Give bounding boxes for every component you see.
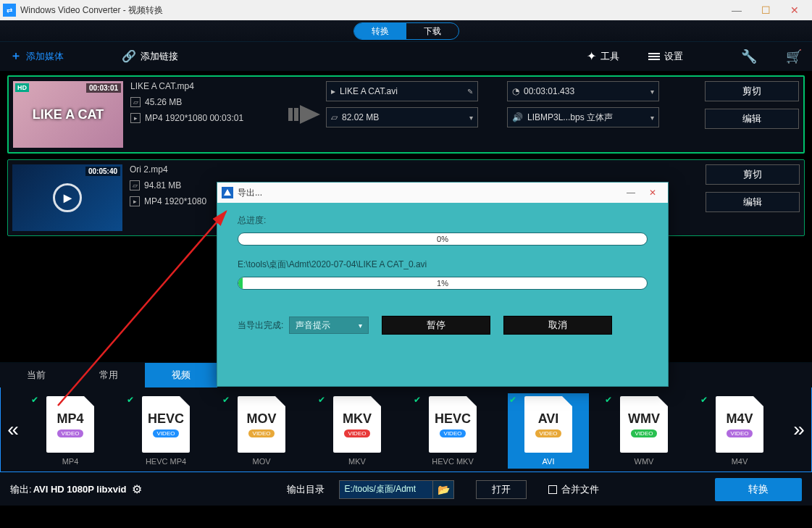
merge-checkbox[interactable]: 合并文件 (548, 483, 599, 496)
pause-button[interactable]: 暂停 (382, 316, 490, 335)
check-icon: ✔ (127, 395, 134, 405)
hamburger-icon (648, 53, 660, 60)
ftab-current[interactable]: 当前 (0, 363, 72, 387)
dialog-app-icon (222, 187, 233, 198)
tab-convert[interactable]: 转换 (354, 23, 406, 39)
cart-icon[interactable]: 🛒 (786, 49, 802, 64)
wand-icon: ✦ (587, 49, 596, 63)
chevron-down-icon: ▾ (469, 114, 473, 122)
format-file-icon: M4V VIDEO (716, 396, 763, 453)
cut-button[interactable]: 剪切 (705, 81, 799, 101)
chevron-down-icon: ▾ (359, 322, 362, 330)
play-icon: ▸ (130, 196, 140, 206)
format-file-icon: MP4 VIDEO (46, 396, 94, 453)
format-card-mp4[interactable]: ✔ MP4 VIDEO MP4 (30, 393, 111, 469)
format-label: MKV (348, 457, 366, 466)
pencil-icon[interactable]: ✎ (467, 88, 473, 96)
ftab-common[interactable]: 常用 (72, 363, 145, 387)
add-link-button[interactable]: 🔗 添加链接 (122, 49, 178, 63)
scroll-right-button[interactable]: » (790, 408, 808, 451)
tools-label: 工具 (600, 50, 619, 63)
clock-icon: ◔ (512, 86, 519, 96)
total-progress-label: 总进度: (238, 214, 648, 227)
format-card-hevc-mp4[interactable]: ✔ HEVC VIDEO HEVC MP4 (125, 393, 206, 469)
check-icon: ✔ (700, 395, 708, 405)
format-cards: ✔ MP4 VIDEO MP4✔ HEVC VIDEO HEVC MP4✔ MO… (30, 393, 782, 469)
add-link-label: 添加链接 (141, 50, 178, 63)
format-file-icon: MOV VIDEO (238, 396, 285, 453)
gear-icon[interactable]: ⚙ (132, 482, 142, 496)
open-button[interactable]: 打开 (476, 480, 527, 499)
plus-icon: ＋ (10, 49, 22, 64)
add-media-button[interactable]: ＋ 添加媒体 (10, 49, 64, 64)
format-card-m4v[interactable]: ✔ M4V VIDEO M4V (699, 393, 780, 469)
format-label: WMV (635, 457, 654, 466)
edit-button[interactable]: 编辑 (705, 109, 799, 129)
output-filename[interactable]: ▸ LIKE A CAT.avi ✎ (326, 81, 478, 101)
check-icon: ✔ (222, 395, 230, 405)
output-options: ▸ LIKE A CAT.avi ✎ ◔ 00:03:01.433 ▾ ▱ 82… (326, 81, 698, 127)
format-label: MP4 (62, 457, 79, 466)
scroll-left-button[interactable]: « (4, 408, 22, 451)
format-file-icon: AVI VIDEO (524, 396, 572, 453)
format-label: HEVC MKV (432, 457, 473, 466)
speaker-icon: 🔊 (512, 112, 523, 122)
window-title: Windows Video Converter - 视频转换 (20, 4, 722, 17)
dialog-minimize-button[interactable]: — (620, 188, 642, 198)
format-card-hevc-mkv[interactable]: ✔ HEVC VIDEO HEVC MKV (412, 393, 493, 469)
folder-icon[interactable]: 📂 (432, 480, 454, 499)
play-overlay-icon: ▶ (53, 183, 82, 212)
media-info: MP4 1920*1080 (144, 196, 206, 206)
tab-download[interactable]: 下载 (406, 23, 459, 39)
row-actions: 剪切 编辑 (698, 164, 800, 212)
media-row[interactable]: HD 00:03:01 LIKE A CAT LIKE A CAT.mp4 ▱4… (7, 75, 805, 154)
minimize-button[interactable]: — (722, 0, 751, 20)
edit-button[interactable]: 编辑 (706, 192, 800, 212)
thumbnail[interactable]: 00:05:40 ▶ (12, 164, 122, 231)
format-file-icon: MKV VIDEO (333, 396, 381, 453)
finish-action-label: 当导出完成: (238, 319, 283, 332)
output-size[interactable]: ▱ 82.02 MB ▾ (326, 107, 478, 127)
footer: 输出: AVI HD 1080P libxvid ⚙ 输出目录 E:/tools… (0, 472, 812, 506)
format-file-icon: HEVC VIDEO (429, 396, 477, 453)
check-icon: ✔ (31, 395, 38, 405)
format-file-icon: HEVC VIDEO (142, 396, 190, 453)
thumb-text: LIKE A CAT (33, 107, 104, 122)
output-audio[interactable]: 🔊 LIBMP3L...bps 立体声 ▾ (507, 107, 659, 127)
convert-button[interactable]: 转换 (715, 478, 802, 501)
current-file-path: E:\tools\桌面\Admt\2020-07-04\LIKE A CAT_0… (238, 259, 648, 271)
dialog-close-button[interactable]: ✕ (642, 188, 664, 198)
check-icon: ✔ (318, 395, 325, 405)
settings-label: 设置 (664, 50, 683, 63)
cut-button[interactable]: 剪切 (706, 164, 800, 185)
format-card-mkv[interactable]: ✔ MKV VIDEO MKV (317, 393, 398, 469)
tools-button[interactable]: ✦ 工具 (587, 49, 619, 63)
close-button[interactable]: ✕ (780, 0, 809, 20)
add-media-label: 添加媒体 (26, 50, 64, 63)
format-label: MOV (252, 457, 270, 466)
key-icon[interactable]: 🔧 (741, 49, 757, 64)
output-dir-label: 输出目录 (287, 483, 325, 496)
cancel-button[interactable]: 取消 (503, 316, 612, 335)
play-box-icon: ▸ (331, 86, 335, 96)
check-icon: ✔ (509, 395, 516, 405)
file-progress-bar: 1% (238, 277, 648, 290)
output-dir-field[interactable]: E:/tools/桌面/Admt (339, 480, 433, 499)
format-label: HEVC MP4 (146, 457, 186, 466)
ftab-video[interactable]: 视频 (145, 363, 217, 387)
format-card-wmv[interactable]: ✔ WMV VIDEO WMV (603, 393, 685, 469)
format-strip: « ✔ MP4 VIDEO MP4✔ HEVC VIDEO HEVC MP4✔ … (0, 387, 812, 472)
format-card-mov[interactable]: ✔ MOV VIDEO MOV (221, 393, 302, 469)
convert-arrow (282, 104, 326, 125)
thumbnail[interactable]: HD 00:03:01 LIKE A CAT (13, 81, 123, 148)
finish-action-select[interactable]: 声音提示 ▾ (289, 317, 369, 334)
file-icon: ▱ (130, 97, 141, 107)
maximize-button[interactable]: ☐ (751, 0, 780, 20)
export-dialog: 导出... — ✕ 总进度: 0% E:\tools\桌面\Admt\2020-… (217, 182, 669, 387)
dialog-title: 导出... (238, 187, 262, 199)
format-card-avi[interactable]: ✔ AVI VIDEO AVI (508, 393, 589, 469)
settings-button[interactable]: 设置 (648, 50, 683, 63)
duration-badge: 00:05:40 (85, 167, 120, 176)
output-duration[interactable]: ◔ 00:03:01.433 ▾ (507, 81, 659, 101)
media-title: Ori 2.mp4 (130, 164, 168, 175)
